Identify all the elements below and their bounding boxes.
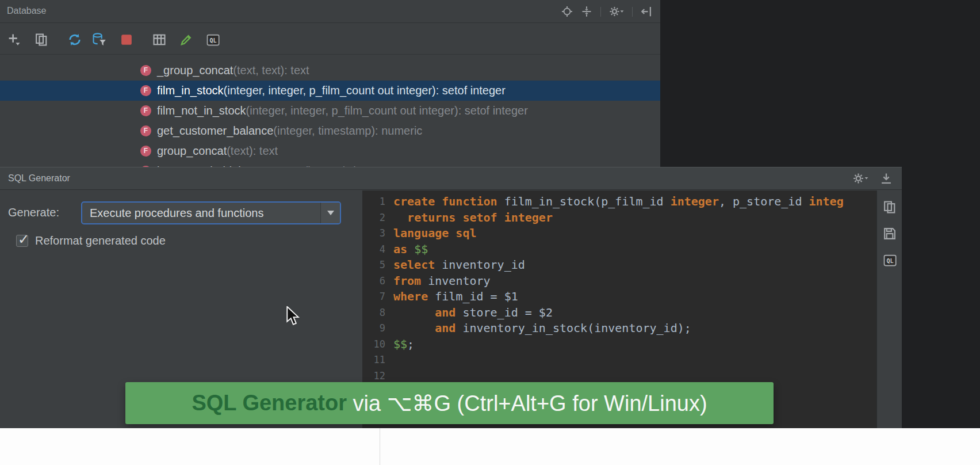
line-number: 2 xyxy=(362,210,385,226)
code-lines: 1create function film_in_stock(p_film_id… xyxy=(362,194,876,384)
synchronize-icon[interactable] xyxy=(67,32,82,47)
function-name: film_not_in_stock xyxy=(157,104,246,117)
dropdown-arrow-button[interactable] xyxy=(320,203,340,223)
sql-generator-header: SQL Generator xyxy=(0,167,902,190)
function-signature: (integer, integer, p_film_count out inte… xyxy=(224,84,506,97)
function-name: _group_concat xyxy=(157,64,233,77)
table-icon[interactable] xyxy=(152,32,167,47)
function-signature: (integer, integer, p_film_count out inte… xyxy=(246,104,528,117)
function-row[interactable]: F_group_concat(text, text): text xyxy=(0,60,660,81)
chevron-down-icon xyxy=(327,211,334,215)
code-text: from inventory xyxy=(393,273,491,289)
code-text: language sql xyxy=(393,226,477,242)
data-source-properties-icon[interactable] xyxy=(91,32,106,47)
function-row[interactable]: Fget_customer_balance(integer, timestamp… xyxy=(0,121,660,141)
function-name: group_concat xyxy=(157,144,227,158)
code-text: where film_id = $1 xyxy=(393,289,518,305)
function-signature: (text, text): text xyxy=(233,64,309,77)
function-row[interactable]: Ffilm_in_stock(integer, integer, p_film_… xyxy=(0,81,660,101)
line-number: 1 xyxy=(362,194,385,210)
code-line: 4as $$ xyxy=(362,242,876,258)
line-number: 12 xyxy=(362,368,385,384)
line-number: 5 xyxy=(362,257,385,273)
function-icon: F xyxy=(140,65,151,76)
svg-text:QL: QL xyxy=(210,37,217,44)
caption-banner: SQL Generator via ⌥⌘G (Ctrl+Alt+G for Wi… xyxy=(125,382,774,424)
banner-highlight-text: SQL Generator xyxy=(192,391,347,416)
code-line: 11 xyxy=(362,352,876,368)
function-row[interactable]: Ffilm_not_in_stock(integer, integer, p_f… xyxy=(0,101,660,121)
function-tree: F_group_concat(text, text): textFfilm_in… xyxy=(0,55,660,167)
mouse-cursor xyxy=(286,306,300,326)
code-line: 12 xyxy=(362,368,876,384)
line-number: 4 xyxy=(362,242,385,258)
function-name: film_in_stock xyxy=(157,84,224,97)
code-text: select inventory_id xyxy=(393,257,525,273)
code-text: returns setof integer xyxy=(393,210,553,226)
titlebar-separator xyxy=(600,7,601,17)
database-tool-window: Database xyxy=(0,0,660,167)
reformat-checkbox[interactable] xyxy=(16,235,28,247)
code-text: $$; xyxy=(393,337,414,353)
sql-generator-header-icons xyxy=(852,172,893,185)
generator-settings-gear-icon[interactable] xyxy=(852,172,868,185)
function-icon: F xyxy=(140,146,151,157)
code-line: 7where film_id = $1 xyxy=(362,289,876,305)
code-line: 10$$; xyxy=(362,337,876,353)
reformat-checkbox-label: Reformat generated code xyxy=(35,234,166,247)
generate-mode-dropdown[interactable]: Execute procedures and functions xyxy=(81,201,341,224)
database-titlebar-icons xyxy=(561,5,652,18)
database-titlebar: Database xyxy=(0,0,660,23)
screenshot-root: Database xyxy=(0,0,980,465)
save-to-file-icon[interactable] xyxy=(882,226,897,241)
code-line: 9 and inventory_in_stock(inventory_id); xyxy=(362,321,876,337)
code-text: as $$ xyxy=(393,242,428,258)
line-number: 11 xyxy=(362,352,385,368)
save-output-icon[interactable] xyxy=(880,172,893,185)
function-icon: F xyxy=(140,105,151,116)
line-number: 3 xyxy=(362,226,385,242)
open-in-console-icon[interactable]: QL xyxy=(882,253,897,268)
function-icon: F xyxy=(140,125,151,136)
function-signature: (integer, timestamp): numeric xyxy=(273,124,422,138)
code-line: 3language sql xyxy=(362,226,876,242)
line-number: 7 xyxy=(362,289,385,305)
add-icon[interactable] xyxy=(7,32,22,47)
pane-divider-shadow xyxy=(380,428,380,465)
function-row[interactable]: Fgroup_concat(text): text xyxy=(0,141,660,161)
line-number: 8 xyxy=(362,305,385,321)
code-line: 2 returns setof integer xyxy=(362,210,876,226)
copy-sql-icon[interactable] xyxy=(882,200,897,215)
page-bottom-area xyxy=(0,428,980,465)
database-toolbar: QL xyxy=(0,24,660,55)
sql-generator-title: SQL Generator xyxy=(8,173,70,184)
editor-right-toolbar: QL xyxy=(876,190,902,428)
reformat-option-row: Reformat generated code xyxy=(16,234,166,247)
function-icon: F xyxy=(140,85,151,96)
stop-icon[interactable] xyxy=(119,32,134,47)
function-row[interactable]: Finventory_held_by_customer(integer): in… xyxy=(0,161,660,167)
query-console-icon[interactable]: QL xyxy=(205,32,220,47)
collapse-all-icon[interactable] xyxy=(581,6,592,17)
scroll-from-source-icon[interactable] xyxy=(561,6,573,17)
database-title: Database xyxy=(7,6,47,16)
banner-rest-text: via ⌥⌘G (Ctrl+Alt+G for Win/Linux) xyxy=(347,391,707,416)
settings-gear-icon[interactable] xyxy=(609,6,624,17)
hide-panel-icon[interactable] xyxy=(641,6,652,17)
code-text: and inventory_in_stock(inventory_id); xyxy=(393,321,691,337)
line-number: 9 xyxy=(362,321,385,337)
code-text: create function film_in_stock(p_film_id … xyxy=(393,194,844,210)
line-number: 10 xyxy=(362,337,385,353)
line-number: 6 xyxy=(362,273,385,289)
duplicate-icon[interactable] xyxy=(34,32,49,47)
svg-text:QL: QL xyxy=(887,258,894,264)
generate-mode-value: Execute procedures and functions xyxy=(82,207,320,220)
code-line: 5select inventory_id xyxy=(362,257,876,273)
code-line: 6from inventory xyxy=(362,273,876,289)
code-text: and store_id = $2 xyxy=(393,305,553,321)
function-signature: (text): text xyxy=(227,144,278,158)
code-line: 1create function film_in_stock(p_film_id… xyxy=(362,194,876,210)
generate-label: Generate: xyxy=(8,206,59,219)
function-name: get_customer_balance xyxy=(157,124,273,138)
edit-source-icon[interactable] xyxy=(179,32,194,47)
